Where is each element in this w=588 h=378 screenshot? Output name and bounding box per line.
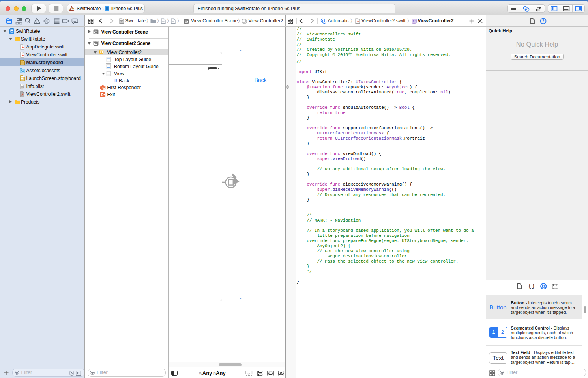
svg-text:SwiftRotate: SwiftRotate bbox=[77, 6, 101, 11]
svg-text:〉: 〉 bbox=[102, 7, 104, 11]
svg-text:C: C bbox=[413, 19, 416, 23]
svg-text:iPhone 6s Plus: iPhone 6s Plus bbox=[111, 6, 143, 11]
svg-text:?: ? bbox=[542, 19, 544, 23]
svg-text:B: B bbox=[114, 78, 117, 83]
